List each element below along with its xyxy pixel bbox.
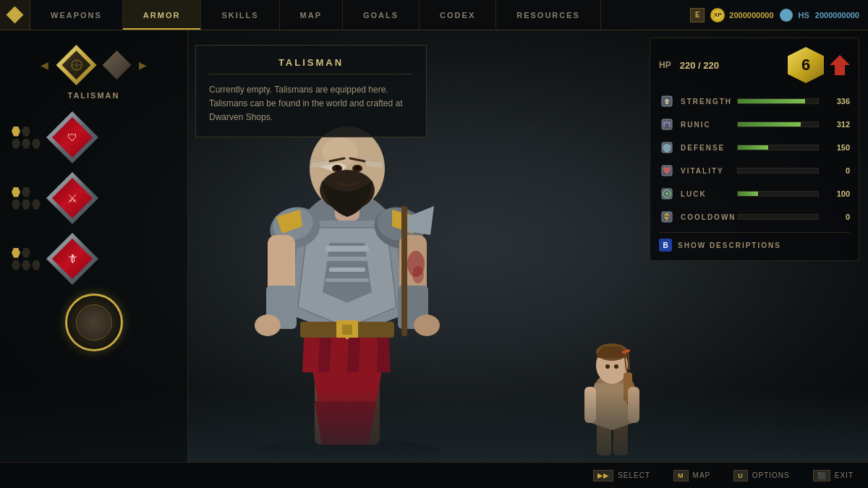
tab-resources[interactable]: RESOURCES xyxy=(496,0,601,30)
options-label: OPTIONS xyxy=(752,471,790,479)
tab-goals[interactable]: GOALS xyxy=(343,0,420,30)
hex-9 xyxy=(22,200,30,210)
defense-value: 150 xyxy=(825,143,850,152)
talisman-slot-label: TALISMAN xyxy=(12,91,176,100)
atreus-figure xyxy=(564,322,658,466)
tab-weapons[interactable]: WEAPONS xyxy=(30,0,123,30)
hp-value: 220 / 220 xyxy=(680,60,719,71)
right-arrow[interactable]: ▶ xyxy=(137,59,149,71)
svg-point-29 xyxy=(255,314,281,336)
luck-fill xyxy=(738,192,758,196)
stat-row-vitality: VITALITY 0 xyxy=(659,163,850,179)
hs-label: HS xyxy=(799,11,809,20)
nav-logo xyxy=(0,0,30,30)
info-panel: TALISMAN Currently empty. Talismans are … xyxy=(195,45,427,137)
level-up-arrow[interactable] xyxy=(830,55,850,75)
hex-group-3 xyxy=(12,248,41,270)
cooldown-svg xyxy=(660,210,673,223)
ability-diamond-outer-3: 🗡 xyxy=(46,233,98,285)
svg-point-23 xyxy=(336,166,340,170)
stat-row-defense: DEFENSE 150 xyxy=(659,140,850,155)
ability-icon-3: 🗡 xyxy=(67,252,78,265)
svg-rect-63 xyxy=(664,215,670,216)
hex-12 xyxy=(22,248,30,258)
ability-row-2: ⚔ xyxy=(12,172,176,224)
left-arrow[interactable]: ◀ xyxy=(39,59,51,71)
level-badge: 6 xyxy=(788,47,824,83)
strength-icon xyxy=(659,93,675,109)
hex-5 xyxy=(32,139,41,149)
select-label: SELECT xyxy=(618,471,650,479)
nav-logo-icon xyxy=(7,7,24,24)
stats-panel: HP 220 / 220 6 STRENGTH 336 xyxy=(650,38,859,261)
hex-3 xyxy=(12,139,20,149)
hex-group-2 xyxy=(12,187,41,210)
talisman-main-slot[interactable] xyxy=(56,45,97,85)
luck-bar xyxy=(737,191,819,197)
exit-action: ⬛ EXIT xyxy=(813,470,854,481)
ability-slot-1[interactable]: 🛡 xyxy=(46,111,98,163)
runic-fill xyxy=(738,122,801,127)
select-action: ▶▶ SELECT xyxy=(593,470,650,481)
luck-value: 100 xyxy=(825,189,850,198)
cooldown-bar xyxy=(737,214,819,220)
strength-svg xyxy=(660,95,673,108)
svg-point-30 xyxy=(414,314,440,336)
svg-point-33 xyxy=(412,266,424,283)
talisman-empty-icon xyxy=(69,58,84,72)
ability-slot-3[interactable]: 🗡 xyxy=(46,233,98,285)
svg-point-24 xyxy=(356,166,360,170)
svg-marker-4 xyxy=(315,401,376,445)
svg-rect-31 xyxy=(401,206,407,336)
svg-rect-62 xyxy=(665,213,669,215)
hex-11 xyxy=(12,248,20,258)
luck-label: LUCK xyxy=(681,190,731,198)
defense-label: DEFENSE xyxy=(681,144,731,152)
secondary-slot-icon xyxy=(112,60,122,70)
hex-2 xyxy=(22,127,30,137)
show-descriptions-label: SHOW DESCRIPTIONS xyxy=(678,241,781,249)
tab-map[interactable]: MAP xyxy=(280,0,343,30)
luck-icon xyxy=(659,186,675,202)
hs-icon xyxy=(780,9,793,22)
vitality-svg xyxy=(660,164,673,177)
hex-13 xyxy=(12,260,20,270)
tab-skills[interactable]: SKILLS xyxy=(201,0,279,30)
hex-1 xyxy=(12,127,20,137)
defense-bar xyxy=(737,145,819,150)
talisman-circle-slot[interactable] xyxy=(65,294,123,351)
svg-point-60 xyxy=(665,192,668,195)
svg-rect-49 xyxy=(628,387,639,423)
stat-row-cooldown: COOLDOWN 0 xyxy=(659,209,850,225)
talisman-circle-inner xyxy=(76,304,112,341)
svg-line-45 xyxy=(628,349,629,370)
xp-display: XP 2000000000 xyxy=(710,8,773,22)
svg-rect-7 xyxy=(322,257,373,261)
hex-4 xyxy=(22,139,30,149)
tab-armor[interactable]: ARMOR xyxy=(123,0,202,30)
defense-svg xyxy=(660,141,673,154)
ability-slot-2[interactable]: ⚔ xyxy=(46,172,98,224)
vitality-label: VITALITY xyxy=(681,167,731,175)
ability-row-1: 🛡 xyxy=(12,111,176,163)
defense-icon xyxy=(659,140,675,155)
nav-tabs: WEAPONS ARMOR SKILLS MAP GOALS CODEX RES… xyxy=(30,0,681,30)
runic-icon xyxy=(659,116,675,132)
b-button-badge: B xyxy=(659,239,672,252)
svg-rect-48 xyxy=(584,387,596,423)
hex-10 xyxy=(32,200,41,210)
map-action: M MAP xyxy=(673,470,710,481)
defense-fill xyxy=(738,145,768,150)
svg-point-40 xyxy=(605,364,610,369)
talisman-secondary-slot[interactable] xyxy=(103,51,132,80)
exit-key: ⬛ xyxy=(813,470,830,481)
cooldown-value: 0 xyxy=(825,213,850,221)
tab-codex[interactable]: CODEX xyxy=(420,0,496,30)
hs-value: 2000000000 xyxy=(815,11,859,20)
select-key: ▶▶ xyxy=(593,470,613,481)
hex-group-1 xyxy=(12,127,41,149)
hex-6 xyxy=(12,187,20,197)
xp-value: 2000000000 xyxy=(729,11,773,20)
runic-label: RUNIC xyxy=(681,121,731,129)
info-panel-text: Currently empty. Talismans are equipped … xyxy=(209,83,413,125)
